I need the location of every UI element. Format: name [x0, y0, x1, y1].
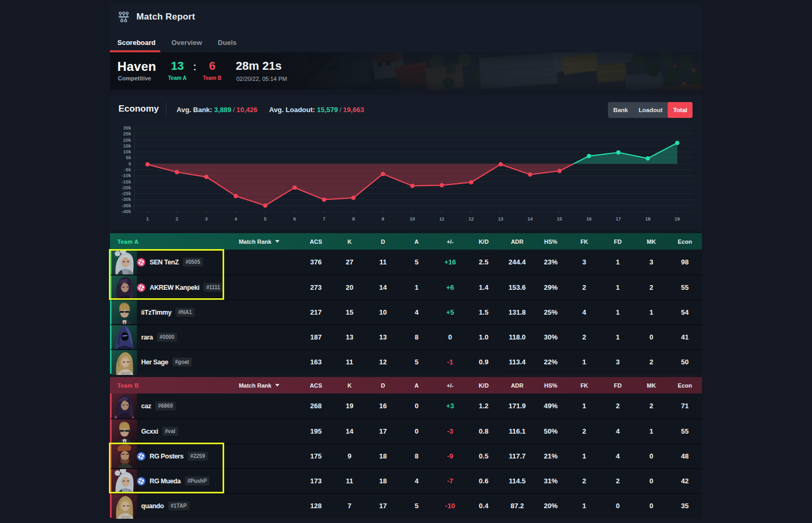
stat-k: 13	[333, 333, 366, 341]
stat-a: 5	[400, 502, 433, 510]
column-header-a[interactable]: A	[400, 382, 433, 389]
player-row-rg-posters[interactable]: RG Posters#22591759188-90.5117.721%14048	[110, 443, 702, 468]
column-header-kd[interactable]: K/D	[467, 382, 500, 389]
stat-kd: 0.8	[467, 427, 500, 435]
column-header-d[interactable]: D	[366, 238, 400, 245]
column-header-[interactable]: +/-	[433, 238, 467, 245]
stat-: +6	[433, 283, 467, 291]
column-header-k[interactable]: K	[333, 382, 366, 389]
player-row-sen-tenz[interactable]: SEN TenZ#050537627115+162.5244.423%31398	[110, 250, 702, 274]
match-rank-sort-header[interactable]: Match Rank	[239, 382, 280, 389]
player-name[interactable]: RG Mueda	[150, 478, 181, 485]
column-header-d[interactable]: D	[366, 382, 400, 389]
stat-hs: 20%	[534, 502, 567, 510]
stat-: +3	[433, 402, 467, 410]
player-row-rg-mueda[interactable]: RG Mueda#PushP17311184-70.6114.531%22042	[110, 468, 702, 493]
player-row-caz[interactable]: caz#686926819160+31.2171.949%12271	[110, 393, 702, 418]
player-row-akrew-kanpeki[interactable]: AKREW Kanpeki#111127320141+61.4153.629%2…	[110, 274, 702, 299]
agent-avatar-sage	[112, 350, 137, 374]
stat-mk: 0	[634, 452, 668, 460]
column-header-a[interactable]: A	[400, 238, 433, 245]
stat-fk: 3	[568, 258, 601, 266]
svg-text:-25k: -25k	[122, 191, 132, 196]
slash-separator: /	[232, 106, 237, 114]
player-tag: #0505	[183, 258, 203, 267]
column-header-acs[interactable]: ACS	[299, 238, 333, 245]
player-row-gcxxi[interactable]: Gcxxi#val19514170-30.8116.150%24155	[110, 418, 702, 443]
svg-text:1: 1	[146, 216, 149, 222]
player-row-rara[interactable]: rara#00001871313801.0118.030%21041	[110, 324, 702, 349]
player-name[interactable]: AKREW Kanpeki	[150, 284, 199, 291]
player-name-cell: SEN TenZ#0505	[112, 250, 299, 274]
tab-overview[interactable]: Overview	[171, 39, 202, 47]
stat-d: 12	[366, 358, 400, 366]
player-name[interactable]: iiTzTimmy	[141, 309, 171, 316]
column-header-kd[interactable]: K/D	[467, 238, 500, 245]
match-mode: Competitive	[118, 75, 151, 81]
stat-k: 11	[333, 358, 366, 366]
stat-adr: 244.4	[501, 258, 534, 266]
player-name[interactable]: Her Sage	[141, 359, 168, 366]
column-header-mk[interactable]: MK	[634, 238, 668, 245]
stat-hs: 23%	[534, 258, 567, 266]
economy-title: Economy	[118, 104, 159, 114]
player-name-cell: iiTzTimmy#NA1	[112, 300, 299, 324]
team-b-stat-headers: ACSKDA+/-K/DADRHS%FKFDMKEcon	[299, 377, 702, 393]
player-name[interactable]: caz	[141, 402, 151, 410]
column-header-mk[interactable]: MK	[634, 382, 668, 389]
player-name[interactable]: SEN TenZ	[150, 259, 179, 266]
tab-scoreboard[interactable]: Scoreboard	[117, 39, 155, 47]
column-header-hs[interactable]: HS%	[534, 238, 567, 245]
team-b-section: Team B Match Rank ACSKDA+/-K/DADRHS%FKFD…	[110, 377, 702, 518]
player-row-quando[interactable]: quando#1TAP1287175-100.487.220%10035	[110, 493, 702, 518]
stat-econ: 48	[668, 452, 702, 460]
column-header-fk[interactable]: FK	[568, 238, 601, 245]
score-separator: :	[187, 60, 203, 81]
match-report-page: Match Report Scoreboard Overview Duels	[110, 0, 702, 523]
page-title: Match Report	[136, 12, 195, 22]
total-button[interactable]: Total	[668, 102, 693, 118]
player-name-cell: Gcxxi#val	[112, 419, 299, 443]
svg-text:10: 10	[410, 216, 415, 222]
stat-mk: 2	[634, 358, 668, 366]
stat-econ: 55	[668, 427, 702, 435]
player-name[interactable]: Gcxxi	[141, 428, 158, 435]
stat-d: 13	[366, 333, 400, 341]
column-header-acs[interactable]: ACS	[299, 382, 333, 389]
stat-hs: 21%	[534, 452, 567, 460]
match-rank-sort-header[interactable]: Match Rank	[239, 238, 280, 245]
column-header-adr[interactable]: ADR	[501, 238, 534, 245]
player-name[interactable]: rara	[141, 334, 153, 341]
column-header-econ[interactable]: Econ	[668, 238, 702, 245]
economy-chart: 30k25k20k15k10k5k0-5k-10k-15k-20k-25k-30…	[110, 120, 702, 228]
svg-text:-30k: -30k	[122, 197, 132, 202]
svg-text:-40k: -40k	[122, 209, 132, 214]
stat-a: 8	[400, 333, 433, 341]
svg-text:8: 8	[352, 216, 355, 222]
slash-separator: /	[338, 106, 343, 114]
column-header-fd[interactable]: FD	[601, 382, 634, 389]
bank-button[interactable]: Bank	[608, 102, 633, 118]
column-header-fd[interactable]: FD	[601, 238, 634, 245]
column-header-[interactable]: +/-	[433, 382, 467, 389]
player-row-iitztimmy[interactable]: iiTzTimmy#NA121715104+51.5131.825%41154	[110, 299, 702, 324]
column-header-hs[interactable]: HS%	[534, 382, 567, 389]
player-row-her-sage[interactable]: Her Sage#goat16311125-10.9113.422%13250	[110, 349, 702, 374]
column-header-fk[interactable]: FK	[568, 382, 601, 389]
tab-duels[interactable]: Duels	[218, 39, 236, 47]
column-header-econ[interactable]: Econ	[668, 382, 702, 389]
stat-hs: 25%	[534, 308, 567, 316]
player-name[interactable]: quando	[141, 502, 164, 510]
avg-loadout: Avg. Loadout: 15,579/19,663	[269, 106, 364, 114]
column-header-adr[interactable]: ADR	[501, 382, 534, 389]
stat-d: 11	[366, 258, 400, 266]
column-header-k[interactable]: K	[333, 238, 366, 245]
player-name[interactable]: RG Posters	[150, 453, 183, 460]
stat-fd: 0	[601, 502, 634, 510]
stat-acs: 376	[299, 258, 333, 266]
stat-econ: 35	[668, 502, 702, 510]
svg-text:18: 18	[645, 216, 650, 222]
stat-econ: 50	[668, 358, 702, 366]
stat-fd: 4	[601, 427, 634, 435]
loadout-button[interactable]: Loadout	[633, 102, 668, 118]
